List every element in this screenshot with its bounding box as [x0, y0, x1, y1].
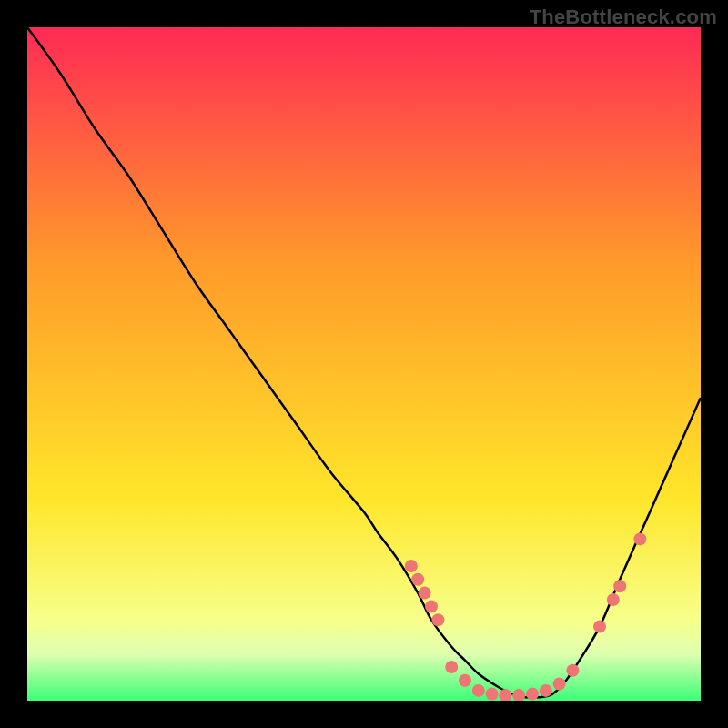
marker-bottom-4	[486, 688, 499, 701]
marker-right-1	[593, 621, 606, 633]
watermark-text: TheBottleneck.com	[530, 5, 717, 29]
marker-bottom-1	[445, 661, 458, 673]
marker-bottom-3	[472, 684, 485, 697]
marker-right-2	[607, 593, 620, 606]
marker-bottom-9	[553, 678, 566, 691]
gradient-rect	[27, 27, 701, 701]
plot-svg	[27, 27, 701, 701]
marker-right-4	[633, 532, 646, 545]
marker-left-cluster-2	[411, 573, 424, 586]
chart-stage: TheBottleneck.com	[0, 0, 728, 728]
marker-bottom-7	[526, 688, 539, 701]
marker-left-cluster-3	[419, 587, 431, 600]
marker-bottom-8	[540, 684, 552, 697]
marker-right-3	[613, 580, 626, 592]
marker-left-cluster-5	[431, 613, 444, 626]
marker-bottom-2	[459, 674, 471, 687]
marker-left-cluster-4	[425, 600, 438, 612]
marker-bottom-10	[566, 664, 579, 677]
marker-left-cluster-1	[405, 560, 418, 572]
plot-area	[27, 27, 701, 701]
